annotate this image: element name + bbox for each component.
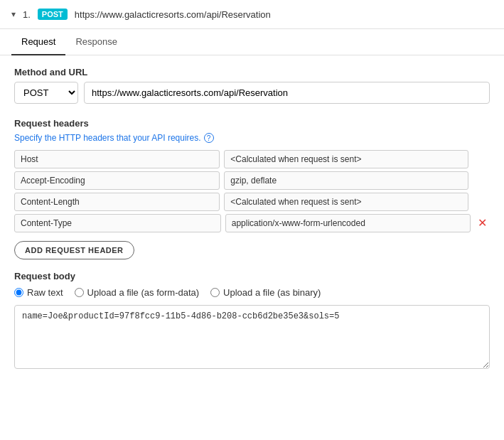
header-key-3[interactable] [14,214,221,232]
request-body-section: Request body Raw text Upload a file (as … [14,271,490,371]
help-icon[interactable]: ? [204,133,214,143]
header-key-1[interactable] [14,171,220,190]
radio-raw-text-input[interactable] [14,288,23,297]
radio-binary-input[interactable] [210,288,220,297]
radio-raw-text-label: Raw text [27,287,63,298]
header-row-2 [14,193,490,211]
radio-binary[interactable]: Upload a file (as binary) [210,287,321,298]
delete-header-3-button[interactable]: ✕ [475,218,490,229]
headers-subtitle: Specify the HTTP headers that your API r… [14,133,490,143]
header-row-0 [14,150,490,168]
chevron-icon[interactable]: ▾ [11,9,16,19]
radio-group: Raw text Upload a file (as form-data) Up… [14,287,490,298]
tab-request[interactable]: Request [11,29,65,55]
method-url-label: Method and URL [14,67,490,77]
tabs-container: Request Response [0,29,504,55]
header-row-3: ✕ [14,214,490,232]
tab-response[interactable]: Response [65,29,127,55]
radio-form-data[interactable]: Upload a file (as form-data) [75,287,200,298]
body-section-title: Request body [14,271,490,281]
method-url-row: POST GET PUT DELETE PATCH [14,82,490,104]
radio-raw-text[interactable]: Raw text [14,287,63,298]
header-key-2[interactable] [14,193,220,211]
header-row-1 [14,171,490,190]
radio-binary-label: Upload a file (as binary) [223,287,321,298]
step-number: 1. [23,9,31,20]
method-select[interactable]: POST GET PUT DELETE PATCH [14,82,78,104]
headers-subtitle-text: Specify the HTTP headers that your API r… [14,133,201,143]
method-badge: POST [38,9,68,20]
header-value-1[interactable] [224,171,468,190]
headers-section-title: Request headers [14,118,490,129]
body-textarea[interactable]: name=Joe&productId=97f8fcc9-11b5-4d86-b2… [14,305,490,369]
url-input[interactable] [84,82,490,104]
radio-form-data-label: Upload a file (as form-data) [87,287,200,298]
radio-form-data-input[interactable] [75,288,84,297]
main-content: Method and URL POST GET PUT DELETE PATCH… [0,55,504,382]
header-value-2[interactable] [224,193,468,211]
top-bar: ▾ 1. POST https://www.galacticresorts.co… [0,0,504,29]
request-headers-section: Request headers Specify the HTTP headers… [14,118,490,259]
add-request-header-button[interactable]: ADD REQUEST HEADER [14,241,134,259]
header-value-0[interactable] [224,150,468,168]
header-key-0[interactable] [14,150,220,168]
header-value-3[interactable] [225,214,471,232]
top-url-text: https://www.galacticresorts.com/api/Rese… [75,9,271,20]
